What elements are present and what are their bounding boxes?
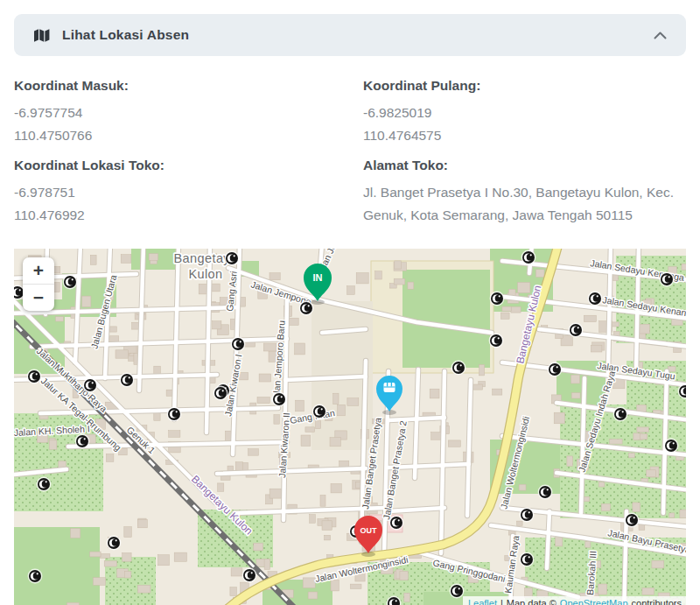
mosque-icon [450,584,465,599]
alamat-toko-label: Alamat Toko: [363,158,686,173]
store-icon [384,383,396,392]
koordinat-masuk-lng: 110.4750766 [14,124,363,147]
mosque-icon [660,272,675,287]
mosque-icon [27,369,42,384]
map[interactable]: Bangetayu Kulon Jalan Jempono Gang Asri … [14,249,686,605]
chevron-up-icon[interactable] [654,32,667,39]
koordinat-toko-lat: -6.978751 [14,181,363,204]
koordinat-pulang-lat: -6.9825019 [363,102,686,124]
mosque-icon [83,378,98,393]
koordinat-masuk-label: Koordinat Masuk: [14,78,363,94]
mosque-icon [490,292,505,306]
leaflet-link[interactable]: Leaflet [468,598,497,605]
mosque-icon [613,407,628,422]
koordinat-toko-block: Koordinat Lokasi Toko: -6.978751 110.476… [14,158,363,231]
attribution-text: Map data © [507,598,556,605]
koordinat-toko-label: Koordinat Lokasi Toko: [14,158,363,173]
zoom-out-button[interactable]: − [23,285,54,311]
mosque-icon [588,292,603,306]
mosque-icon [520,552,535,567]
mosque-icon [37,477,52,492]
mosque-icon [664,439,679,454]
marker-in-label: IN [313,272,323,283]
mosque-icon [242,568,257,583]
koordinat-masuk-lat: -6.9757754 [14,102,363,124]
mosque-icon [167,407,182,422]
collapse-header[interactable]: Lihat Lokasi Absen [14,14,686,56]
info-section: Koordinat Masuk: -6.9757754 110.4750766 … [14,56,686,237]
koordinat-masuk-block: Koordinat Masuk: -6.9757754 110.4750766 [14,78,363,151]
mosque-icon [231,337,246,352]
mosque-icon [625,513,640,528]
mosque-icon [107,536,122,551]
mosque-icon [75,434,90,449]
mosque-icon [522,250,536,265]
mosque-icon [548,362,563,377]
attribution-suffix: contributors [632,598,682,605]
mosque-icon [214,386,228,401]
mosque-icon [272,392,287,407]
place-label: Kulon [188,267,222,281]
koordinat-toko-lng: 110.476992 [14,204,363,227]
mosque-icon [225,251,240,266]
page: Lihat Lokasi Absen Koordinat Masuk: -6.9… [0,0,700,605]
mosque-icon [520,508,535,523]
mosque-icon [120,373,135,388]
attribution-separator: | [500,598,503,605]
mosque-icon [63,275,78,290]
koordinat-pulang-block: Koordinat Pulang: -6.9825019 110.4764575 [363,78,686,151]
zoom-control: + − [23,257,54,311]
mosque-icon [389,516,404,531]
mosque-icon [538,485,553,500]
marker-out-label: OUT [360,526,378,535]
mosque-icon [489,334,504,348]
koordinat-pulang-lng: 110.4764575 [363,124,686,147]
koordinat-pulang-label: Koordinat Pulang: [363,78,686,94]
mosque-icon [569,323,584,338]
mosque-icon [312,405,327,419]
alamat-toko-value: Jl. Banget Prasetya I No.30, Bangetayu K… [363,181,676,227]
map-icon [33,28,50,43]
alamat-toko-block: Alamat Toko: Jl. Banget Prasetya I No.30… [363,158,686,231]
map-attribution: Leaflet | Map data © OpenStreetMap contr… [463,596,686,605]
osm-link[interactable]: OpenStreetMap [560,598,628,605]
mosque-icon [452,361,466,376]
zoom-in-button[interactable]: + [23,257,54,284]
mosque-icon [28,569,43,584]
page-title: Lihat Lokasi Absen [62,27,189,43]
